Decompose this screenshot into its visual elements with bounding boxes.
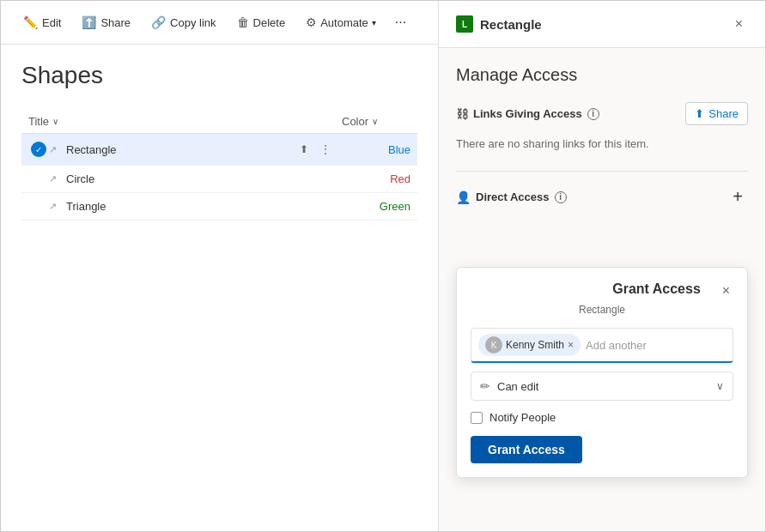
grant-access-panel: Grant Access × Rectangle K Kenny Smith ×… [456,267,748,478]
row-share-button[interactable]: ⬆ [295,141,313,158]
edit-button[interactable]: ✏️ Edit [15,10,70,34]
title-column-header: Title ∨ [28,115,342,128]
links-section-title: ⛓ Links Giving Access i [456,107,599,121]
table-row[interactable]: ↗ Circle Red [21,166,417,193]
grant-access-title: Grant Access [594,281,718,297]
edit-icon: ✏️ [23,15,38,29]
more-label: ··· [395,15,406,29]
table-row[interactable]: ↗ Triangle Green [21,193,417,221]
direct-access-label: Direct Access [476,190,550,203]
permission-label: Can edit [497,380,538,393]
remove-person-button[interactable]: × [568,340,574,350]
links-title-label: Links Giving Access [473,107,582,120]
row-name: Rectangle [66,143,295,156]
share-button-label: Share [708,107,739,120]
panel-title-area: L Rectangle [456,15,542,33]
notify-row: Notify People [471,411,733,424]
list-table: Title ∨ Color ∨ ✓ ↗ Rectangle ⬆ ⋮ [21,110,417,221]
grant-access-subtitle: Rectangle [471,304,733,316]
automate-button[interactable]: ⚙ Automate ▾ [297,10,385,34]
content-area: Shapes Title ∨ Color ∨ ✓ ↗ Rectangle [1,45,438,531]
file-icon: L [456,15,473,33]
permission-left: ✏ Can edit [480,379,538,393]
direct-access-info-icon[interactable]: i [555,191,567,203]
title-header-label: Title [28,115,49,128]
copy-link-button[interactable]: 🔗 Copy link [143,10,224,34]
people-input-area[interactable]: K Kenny Smith × Add another [471,328,733,363]
grant-access-header: Grant Access × [471,281,733,300]
list-header: Title ∨ Color ∨ [21,110,417,134]
person-icon: 👤 [456,190,471,204]
table-row[interactable]: ✓ ↗ Rectangle ⬆ ⋮ Blue [21,134,417,166]
grant-close-icon: × [722,283,730,298]
panel-header: L Rectangle × [439,1,765,48]
check-icon: ✓ [31,142,46,157]
notify-label: Notify People [489,411,556,424]
permission-dropdown[interactable]: ✏ Can edit ∨ [471,372,733,401]
left-panel: ✏️ Edit ⬆️ Share 🔗 Copy link 🗑 Delete ⚙ … [1,1,439,531]
sort-icon: ∨ [52,117,58,126]
row-color: Red [342,172,410,185]
copy-link-label: Copy link [170,16,216,29]
links-section-header: ⛓ Links Giving Access i ⬆ Share [456,102,748,125]
no-sharing-links-text: There are no sharing links for this item… [456,134,748,154]
notify-checkbox[interactable] [471,412,483,424]
sort-color-icon: ∨ [372,117,378,126]
delete-icon: 🗑 [237,15,249,29]
toolbar: ✏️ Edit ⬆️ Share 🔗 Copy link 🗑 Delete ⚙ … [1,1,438,45]
color-header-label: Color [342,115,368,128]
links-info-icon[interactable]: i [587,108,599,120]
color-column-header: Color ∨ [342,115,410,128]
direct-access-title: 👤 Direct Access i [456,190,567,204]
row-actions: ⬆ ⋮ [295,141,335,158]
delete-label: Delete [253,16,286,29]
share-icon: ⬆️ [82,15,96,29]
grant-access-button-label: Grant Access [488,443,565,456]
panel-file-name: Rectangle [480,17,542,32]
row-expand-icon: ↗ [49,201,66,212]
row-name: Circle [66,172,335,185]
chevron-down-icon: ▾ [372,18,376,27]
row-color: Green [342,200,410,213]
share-button[interactable]: ⬆️ Share [73,10,139,34]
chevron-down-icon: ∨ [716,380,724,392]
add-another-placeholder: Add another [586,339,647,352]
right-panel: L Rectangle × Manage Access ⛓ Links Givi… [439,1,765,531]
grant-access-button[interactable]: Grant Access [471,436,582,463]
link-icon: 🔗 [151,15,166,29]
share-link-icon: ⬆ [695,107,704,120]
row-color: Blue [342,143,410,156]
automate-label: Automate [320,16,368,29]
share-label: Share [100,16,131,29]
edit-label: Edit [42,16,61,29]
close-icon: × [735,16,743,31]
row-expand-icon: ↗ [49,173,66,184]
page-title: Shapes [21,62,417,89]
edit-pencil-icon: ✏ [480,379,490,393]
avatar: K [485,336,502,354]
person-name: Kenny Smith [506,339,564,351]
add-direct-access-button[interactable]: + [727,185,748,209]
delete-button[interactable]: 🗑 Delete [228,10,295,34]
row-expand-icon: ↗ [49,144,66,155]
row-name: Triangle [66,200,335,213]
person-tag: K Kenny Smith × [478,334,581,356]
automate-icon: ⚙ [306,15,317,29]
share-link-button[interactable]: ⬆ Share [685,102,748,125]
grant-access-close-button[interactable]: × [719,281,733,300]
panel-close-button[interactable]: × [730,13,748,35]
row-more-button[interactable]: ⋮ [316,141,335,158]
link-chain-icon: ⛓ [456,107,468,121]
section-divider [456,171,748,172]
file-icon-label: L [462,20,467,29]
row-checkbox[interactable]: ✓ [28,142,49,157]
manage-access-title: Manage Access [456,65,748,85]
direct-access-section-header: 👤 Direct Access i + [456,185,748,209]
more-button[interactable]: ··· [388,9,413,35]
